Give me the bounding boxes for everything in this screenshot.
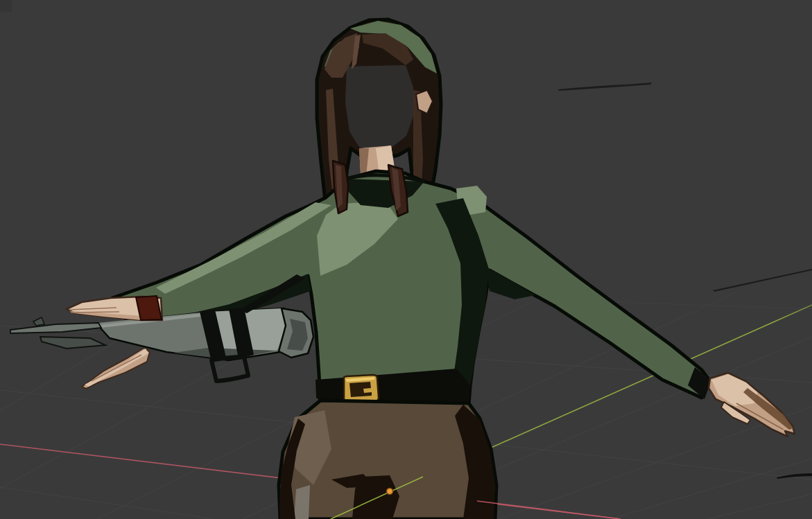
viewport-canvas[interactable] [0, 0, 812, 519]
pants-patch-left [294, 485, 310, 519]
viewport-3d[interactable] [0, 0, 812, 519]
origin-dot[interactable] [387, 489, 393, 495]
left-hand-finger-gap-2 [71, 312, 119, 313]
corner-artifact [0, 0, 12, 12]
left-cuff-maroon [136, 296, 162, 320]
face-shadow [345, 65, 413, 151]
